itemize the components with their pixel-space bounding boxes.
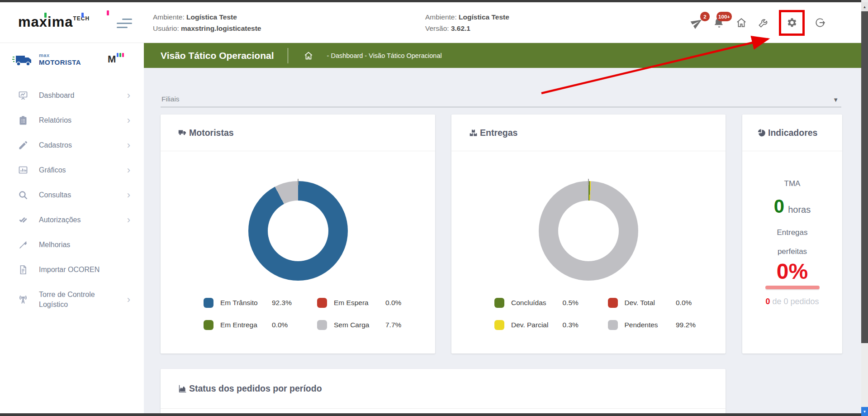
header-actions: 2 100+: [690, 8, 827, 38]
legend-value: 7.7%: [385, 321, 409, 329]
chevron-down-icon: ▼: [833, 96, 839, 103]
document-icon: [17, 264, 29, 276]
legend-label: Concluídas: [511, 299, 563, 307]
tma-label: TMA: [784, 179, 801, 188]
wrench-icon[interactable]: [757, 16, 770, 29]
motoristas-legend: Em Trânsito 92.3% Em Espera 0.0% Em Entr…: [204, 298, 409, 330]
breadcrumb-home-icon[interactable]: [304, 51, 313, 61]
entregas-legend: Concluídas 0.5% Dev. Total 0.0% Dev. Par…: [494, 298, 699, 330]
sidebar-menu: Dashboard › Relatórios › Cadastros › Grá…: [0, 83, 144, 317]
legend-label: Em Trânsito: [220, 299, 272, 307]
legend-value: 0.0%: [272, 321, 295, 329]
legend-item: Em Espera 0.0%: [317, 298, 409, 308]
card-title: Indicadores: [768, 128, 817, 138]
ambiente-value: Logística Teste: [186, 13, 237, 21]
usuario-value: maxstring.logisticateste: [181, 24, 261, 32]
bell-icon[interactable]: 100+: [712, 16, 726, 29]
menu-toggle-icon[interactable]: [117, 19, 135, 30]
card-title: Entregas: [480, 128, 517, 138]
indicadores-card: Indicadores TMA 0 horas Entregas perfeit…: [742, 115, 842, 354]
home-icon[interactable]: [735, 16, 748, 29]
legend-item: Dev. Total 0.0%: [608, 298, 700, 308]
scrollbar-up-button[interactable]: ▲: [861, 2, 868, 11]
content-area: Filiais ▼ Motoristas Em Trânsito 92.3% E…: [144, 68, 861, 416]
sidebar-item-melhorias[interactable]: Melhorias ›: [0, 232, 144, 257]
top-header: maximaTECH Ambiente: Logística Teste Usu…: [0, 2, 861, 43]
send-icon[interactable]: 2: [690, 16, 704, 29]
ambiente-label: Ambiente:: [153, 13, 185, 21]
maximatech-logo: maximaTECH: [18, 14, 113, 35]
chevron-right-icon: ›: [127, 165, 130, 175]
double-check-icon: [17, 214, 29, 226]
legend-swatch: [494, 320, 504, 330]
scrollbar-down-button[interactable]: ▼: [861, 407, 868, 416]
scrollbar: ▲ ▼: [861, 0, 868, 416]
sidebar-item-importar-ocoren[interactable]: Importar OCOREN ›: [0, 257, 144, 282]
bar-chart-icon: [17, 164, 29, 176]
page-title-bar: Visão Tático Operacional - Dashboard - V…: [144, 43, 861, 68]
legend-swatch: [204, 298, 213, 308]
logout-icon[interactable]: [813, 16, 827, 29]
report-icon: [17, 115, 29, 126]
motoristas-donut-chart: [248, 181, 348, 281]
sidebar: max MOTORISTA M Dashboard › Relatórios ›…: [0, 43, 144, 416]
versao-value: 3.62.1: [451, 24, 470, 32]
scrollbar-thumb[interactable]: [861, 11, 868, 343]
legend-label: Pendentes: [625, 321, 676, 329]
orders-count: 0 de 0 pedidos: [765, 297, 819, 306]
chevron-right-icon: ›: [127, 190, 130, 200]
legend-swatch: [494, 298, 504, 308]
brand-main: MOTORISTA: [39, 59, 81, 66]
page-title: Visão Tático Operacional: [161, 50, 274, 61]
sidebar-item-consultas[interactable]: Consultas ›: [0, 182, 144, 207]
sidebar-item-relatorios[interactable]: Relatórios ›: [0, 108, 144, 133]
entregas-label: Entregas: [777, 228, 807, 237]
sidebar-item-cadastros[interactable]: Cadastros ›: [0, 133, 144, 158]
brand-small: max: [39, 52, 81, 59]
sidebar-item-graficos[interactable]: Gráficos ›: [0, 158, 144, 182]
search-icon: [17, 189, 29, 201]
legend-value: 0.3%: [563, 321, 586, 329]
annotation-highlight-box: [779, 10, 805, 36]
ambiente-label-2: Ambiente:: [425, 13, 457, 21]
legend-item: Em Trânsito 92.3%: [204, 298, 295, 308]
legend-label: Sem Carga: [334, 321, 385, 329]
breadcrumb: - Dashboard - Visão Tático Operacional: [327, 52, 442, 59]
legend-item: Em Entrega 0.0%: [204, 320, 295, 330]
sidebar-item-torre-controle[interactable]: Torre de Controle Logístico ›: [0, 282, 144, 317]
logo-tick-pink: [107, 10, 109, 15]
divider: [288, 48, 288, 63]
entregas-card: Entregas Concluídas 0.5% Dev. Total 0.0%…: [451, 115, 726, 354]
pencil-icon: [17, 139, 29, 151]
window-top-edge: [0, 0, 868, 2]
window-bottom-edge: [0, 413, 861, 416]
legend-swatch: [608, 298, 618, 308]
chevron-right-icon: ›: [127, 140, 130, 150]
legend-swatch: [608, 320, 618, 330]
chevron-right-icon: ›: [127, 295, 130, 305]
card-title: Status dos pedidos por período: [189, 383, 322, 394]
maxmotorista-logo: max MOTORISTA M: [0, 48, 144, 75]
ambiente-value-2: Logística Teste: [459, 13, 509, 21]
antenna-icon: [17, 294, 29, 306]
legend-item: Dev. Parcial 0.3%: [494, 320, 586, 330]
boxes-icon: [469, 128, 478, 138]
legend-value: 0.5%: [563, 299, 586, 307]
legend-label: Dev. Parcial: [511, 321, 563, 329]
card-title: Motoristas: [189, 128, 234, 138]
send-badge: 2: [700, 12, 710, 21]
legend-value: 0.0%: [385, 299, 409, 307]
truck-logo-icon: [12, 51, 35, 71]
sidebar-item-dashboard[interactable]: Dashboard ›: [0, 83, 144, 108]
gear-icon[interactable]: [785, 16, 799, 29]
sidebar-item-autorizacoes[interactable]: Autorizações ›: [0, 207, 144, 232]
chevron-right-icon: ›: [127, 115, 130, 125]
filiais-select[interactable]: Filiais ▼: [161, 88, 841, 107]
legend-item: Concluídas 0.5%: [494, 298, 586, 308]
legend-value: 0.0%: [676, 299, 699, 307]
legend-label: Dev. Total: [625, 299, 676, 307]
usuario-label: Usuário:: [153, 24, 179, 32]
pie-chart-icon: [757, 128, 766, 138]
motoristas-card: Motoristas Em Trânsito 92.3% Em Espera 0…: [161, 115, 435, 354]
versao-label: Versão:: [425, 24, 449, 32]
